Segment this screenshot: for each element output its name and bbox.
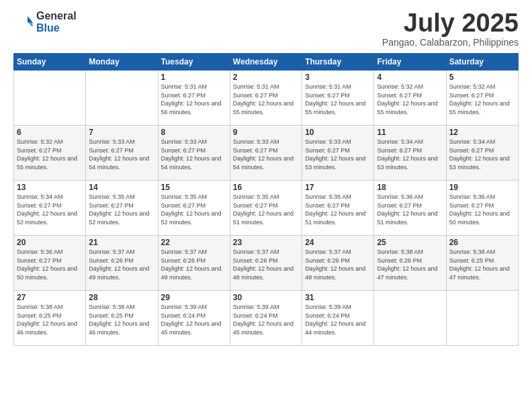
- calendar-cell: 19Sunrise: 5:36 AM Sunset: 6:27 PM Dayli…: [446, 181, 518, 236]
- calendar-cell: 14Sunrise: 5:35 AM Sunset: 6:27 PM Dayli…: [86, 181, 158, 236]
- logo: General Blue: [13, 10, 77, 34]
- calendar-cell: 5Sunrise: 5:32 AM Sunset: 6:27 PM Daylig…: [446, 71, 518, 126]
- col-thursday: Thursday: [302, 54, 374, 71]
- day-number: 15: [161, 183, 227, 192]
- day-info: Sunrise: 5:38 AM Sunset: 6:25 PM Dayligh…: [89, 303, 154, 336]
- svg-marker-1: [28, 22, 33, 28]
- col-sunday: Sunday: [14, 54, 86, 71]
- day-info: Sunrise: 5:33 AM Sunset: 6:27 PM Dayligh…: [305, 138, 371, 171]
- day-number: 14: [89, 183, 154, 192]
- day-info: Sunrise: 5:36 AM Sunset: 6:27 PM Dayligh…: [377, 193, 443, 226]
- day-info: Sunrise: 5:36 AM Sunset: 6:27 PM Dayligh…: [17, 248, 83, 281]
- day-info: Sunrise: 5:39 AM Sunset: 6:24 PM Dayligh…: [305, 303, 371, 336]
- calendar-cell: [374, 291, 446, 346]
- day-info: Sunrise: 5:34 AM Sunset: 6:27 PM Dayligh…: [17, 193, 83, 226]
- col-tuesday: Tuesday: [158, 54, 230, 71]
- calendar-cell: [86, 71, 158, 126]
- day-info: Sunrise: 5:37 AM Sunset: 6:26 PM Dayligh…: [161, 248, 227, 281]
- calendar-cell: 15Sunrise: 5:35 AM Sunset: 6:27 PM Dayli…: [158, 181, 230, 236]
- day-number: 9: [233, 128, 299, 137]
- calendar-cell: 7Sunrise: 5:33 AM Sunset: 6:27 PM Daylig…: [86, 126, 158, 181]
- day-info: Sunrise: 5:32 AM Sunset: 6:27 PM Dayligh…: [449, 83, 515, 116]
- calendar-cell: 18Sunrise: 5:36 AM Sunset: 6:27 PM Dayli…: [374, 181, 446, 236]
- calendar-cell: [446, 291, 518, 346]
- calendar-cell: 25Sunrise: 5:38 AM Sunset: 6:26 PM Dayli…: [374, 236, 446, 291]
- day-info: Sunrise: 5:36 AM Sunset: 6:27 PM Dayligh…: [449, 193, 515, 226]
- page-header: General Blue July 2025 Pangao, Calabarzo…: [13, 10, 519, 48]
- calendar-cell: 17Sunrise: 5:35 AM Sunset: 6:27 PM Dayli…: [302, 181, 374, 236]
- day-number: 20: [17, 238, 83, 247]
- calendar-cell: 23Sunrise: 5:37 AM Sunset: 6:26 PM Dayli…: [230, 236, 302, 291]
- day-number: 1: [161, 73, 227, 82]
- day-number: 22: [161, 238, 227, 247]
- day-number: 25: [377, 238, 443, 247]
- day-info: Sunrise: 5:33 AM Sunset: 6:27 PM Dayligh…: [233, 138, 299, 171]
- col-saturday: Saturday: [446, 54, 518, 71]
- calendar-cell: 27Sunrise: 5:38 AM Sunset: 6:25 PM Dayli…: [14, 291, 86, 346]
- calendar-cell: 11Sunrise: 5:34 AM Sunset: 6:27 PM Dayli…: [374, 126, 446, 181]
- day-number: 28: [89, 293, 154, 302]
- day-number: 30: [233, 293, 299, 302]
- day-number: 3: [305, 73, 371, 82]
- calendar-header-row: Sunday Monday Tuesday Wednesday Thursday…: [14, 54, 519, 71]
- calendar-cell: 29Sunrise: 5:39 AM Sunset: 6:24 PM Dayli…: [158, 291, 230, 346]
- day-number: 13: [17, 183, 83, 192]
- day-number: 26: [449, 238, 515, 247]
- day-number: 29: [161, 293, 227, 302]
- day-info: Sunrise: 5:37 AM Sunset: 6:26 PM Dayligh…: [305, 248, 371, 281]
- calendar-cell: 10Sunrise: 5:33 AM Sunset: 6:27 PM Dayli…: [302, 126, 374, 181]
- day-info: Sunrise: 5:32 AM Sunset: 6:27 PM Dayligh…: [17, 138, 83, 171]
- day-info: Sunrise: 5:39 AM Sunset: 6:24 PM Dayligh…: [233, 303, 299, 336]
- day-number: 19: [449, 183, 515, 192]
- day-number: 16: [233, 183, 299, 192]
- calendar-cell: 9Sunrise: 5:33 AM Sunset: 6:27 PM Daylig…: [230, 126, 302, 181]
- calendar-cell: 3Sunrise: 5:31 AM Sunset: 6:27 PM Daylig…: [302, 71, 374, 126]
- day-info: Sunrise: 5:35 AM Sunset: 6:27 PM Dayligh…: [233, 193, 299, 226]
- day-number: 31: [305, 293, 371, 302]
- day-info: Sunrise: 5:35 AM Sunset: 6:27 PM Dayligh…: [161, 193, 227, 226]
- day-info: Sunrise: 5:34 AM Sunset: 6:27 PM Dayligh…: [377, 138, 443, 171]
- calendar-week-4: 20Sunrise: 5:36 AM Sunset: 6:27 PM Dayli…: [14, 236, 519, 291]
- day-number: 5: [449, 73, 515, 82]
- calendar-cell: 13Sunrise: 5:34 AM Sunset: 6:27 PM Dayli…: [14, 181, 86, 236]
- logo-blue: Blue: [36, 22, 77, 34]
- calendar-week-2: 6Sunrise: 5:32 AM Sunset: 6:27 PM Daylig…: [14, 126, 519, 181]
- logo-general: General: [36, 10, 77, 22]
- calendar-week-1: 1Sunrise: 5:31 AM Sunset: 6:27 PM Daylig…: [14, 71, 519, 126]
- day-number: 7: [89, 128, 154, 137]
- calendar-cell: [14, 71, 86, 126]
- day-number: 2: [233, 73, 299, 82]
- day-info: Sunrise: 5:39 AM Sunset: 6:24 PM Dayligh…: [161, 303, 227, 336]
- title-area: July 2025 Pangao, Calabarzon, Philippine…: [382, 10, 519, 48]
- logo-icon: [13, 12, 34, 32]
- calendar-cell: 6Sunrise: 5:32 AM Sunset: 6:27 PM Daylig…: [14, 126, 86, 181]
- calendar-cell: 24Sunrise: 5:37 AM Sunset: 6:26 PM Dayli…: [302, 236, 374, 291]
- day-info: Sunrise: 5:31 AM Sunset: 6:27 PM Dayligh…: [161, 83, 227, 116]
- day-info: Sunrise: 5:31 AM Sunset: 6:27 PM Dayligh…: [233, 83, 299, 116]
- calendar-week-3: 13Sunrise: 5:34 AM Sunset: 6:27 PM Dayli…: [14, 181, 519, 236]
- day-number: 23: [233, 238, 299, 247]
- col-monday: Monday: [86, 54, 158, 71]
- day-info: Sunrise: 5:33 AM Sunset: 6:27 PM Dayligh…: [161, 138, 227, 171]
- day-number: 11: [377, 128, 443, 137]
- day-number: 24: [305, 238, 371, 247]
- day-number: 21: [89, 238, 154, 247]
- day-number: 18: [377, 183, 443, 192]
- day-number: 8: [161, 128, 227, 137]
- calendar-cell: 30Sunrise: 5:39 AM Sunset: 6:24 PM Dayli…: [230, 291, 302, 346]
- day-info: Sunrise: 5:33 AM Sunset: 6:27 PM Dayligh…: [89, 138, 154, 171]
- day-info: Sunrise: 5:34 AM Sunset: 6:27 PM Dayligh…: [449, 138, 515, 171]
- calendar-cell: 4Sunrise: 5:32 AM Sunset: 6:27 PM Daylig…: [374, 71, 446, 126]
- calendar-cell: 16Sunrise: 5:35 AM Sunset: 6:27 PM Dayli…: [230, 181, 302, 236]
- day-info: Sunrise: 5:38 AM Sunset: 6:26 PM Dayligh…: [377, 248, 443, 281]
- month-title: July 2025: [382, 10, 519, 36]
- calendar-cell: 20Sunrise: 5:36 AM Sunset: 6:27 PM Dayli…: [14, 236, 86, 291]
- day-info: Sunrise: 5:35 AM Sunset: 6:27 PM Dayligh…: [89, 193, 154, 226]
- calendar-cell: 12Sunrise: 5:34 AM Sunset: 6:27 PM Dayli…: [446, 126, 518, 181]
- day-info: Sunrise: 5:38 AM Sunset: 6:25 PM Dayligh…: [17, 303, 83, 336]
- location: Pangao, Calabarzon, Philippines: [382, 37, 519, 48]
- day-number: 17: [305, 183, 371, 192]
- day-number: 6: [17, 128, 83, 137]
- day-info: Sunrise: 5:38 AM Sunset: 6:25 PM Dayligh…: [449, 248, 515, 281]
- day-number: 12: [449, 128, 515, 137]
